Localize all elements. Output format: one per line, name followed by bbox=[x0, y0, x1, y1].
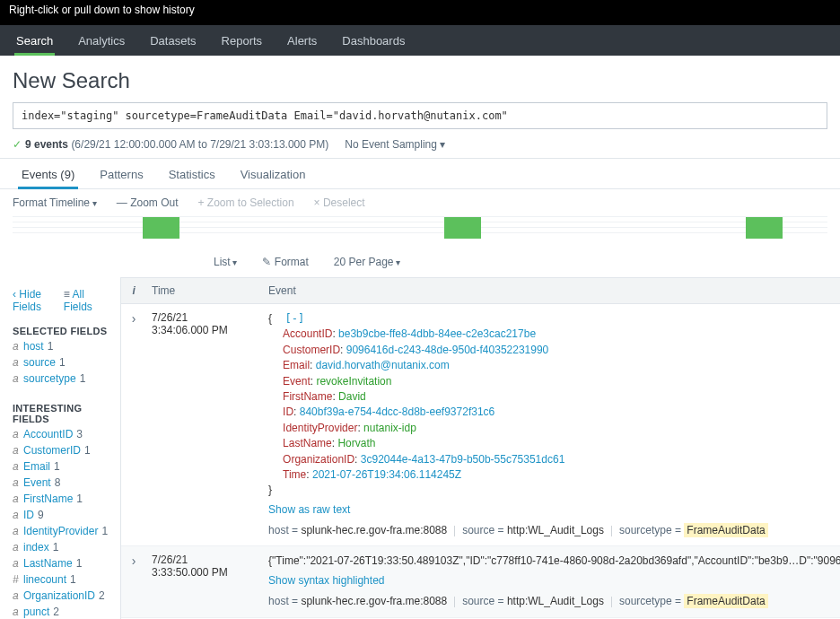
field-type: a bbox=[13, 476, 23, 489]
field-row-OrganizationID[interactable]: aOrganizationID2 bbox=[0, 588, 120, 604]
field-count: 1 bbox=[80, 372, 86, 385]
col-time[interactable]: Time bbox=[146, 278, 263, 303]
field-row-LastName[interactable]: aLastName1 bbox=[0, 555, 120, 571]
field-name[interactable]: ID bbox=[23, 509, 34, 521]
field-type: a bbox=[13, 589, 23, 602]
field-count: 1 bbox=[76, 557, 83, 570]
field-count: 8 bbox=[55, 476, 61, 489]
selected-fields-heading: SELECTED FIELDS bbox=[0, 318, 120, 338]
event-meta: host = splunk-hec.re.gov-fra.me:8088sour… bbox=[268, 523, 840, 538]
field-row-punct[interactable]: apunct2 bbox=[0, 604, 120, 619]
field-name[interactable]: source bbox=[23, 356, 56, 369]
events-panel: i Time Event 7/26/213:34:06.000 PM{ [-]A… bbox=[121, 277, 840, 619]
field-row-source[interactable]: asource1 bbox=[0, 354, 120, 371]
field-name[interactable]: IdentityProvider bbox=[23, 525, 98, 537]
field-type: a bbox=[13, 444, 23, 457]
tab-patterns[interactable]: Patterns bbox=[87, 159, 155, 188]
nav-dashboards[interactable]: Dashboards bbox=[329, 25, 417, 56]
check-icon: ✓ bbox=[13, 138, 22, 151]
tab-visualization[interactable]: Visualization bbox=[228, 159, 319, 188]
field-name[interactable]: sourcetype bbox=[23, 372, 76, 385]
field-row-index[interactable]: aindex1 bbox=[0, 539, 120, 555]
toggle-view-link[interactable]: Show as raw text bbox=[268, 502, 840, 518]
field-name[interactable]: host bbox=[23, 340, 44, 353]
event-body: { [-]AccountID: be3b9cbe-ffe8-4dbb-84ee-… bbox=[263, 304, 840, 545]
field-row-ID[interactable]: aID9 bbox=[0, 507, 120, 523]
field-type: # bbox=[13, 573, 23, 586]
field-count: 9 bbox=[38, 509, 44, 521]
field-row-host[interactable]: ahost1 bbox=[0, 338, 120, 354]
event-count: 9 events bbox=[25, 138, 68, 151]
field-count: 1 bbox=[54, 460, 60, 473]
event-row: 7/26/213:33:50.000 PM{"Time":"2021-07-26… bbox=[121, 546, 840, 617]
nav-reports[interactable]: Reports bbox=[209, 25, 276, 56]
field-count: 1 bbox=[70, 573, 76, 586]
field-type: a bbox=[13, 606, 23, 618]
field-row-IdentityProvider[interactable]: aIdentityProvider1 bbox=[0, 523, 120, 539]
event-time: 7/26/213:33:50.000 PM bbox=[146, 546, 263, 616]
field-count: 3 bbox=[76, 428, 83, 440]
list-view-dropdown[interactable]: List bbox=[214, 256, 237, 268]
field-type: a bbox=[13, 509, 23, 521]
field-row-CustomerID[interactable]: aCustomerID1 bbox=[0, 442, 120, 458]
results-toolbar: List Format 20 Per Page bbox=[0, 247, 840, 277]
format-button[interactable]: Format bbox=[262, 256, 308, 268]
timeline-toolbar: Format Timeline — Zoom Out + Zoom to Sel… bbox=[0, 189, 840, 216]
expand-event-toggle[interactable] bbox=[121, 304, 146, 545]
field-name[interactable]: LastName bbox=[23, 557, 73, 570]
event-sampling-dropdown[interactable]: No Event Sampling ▾ bbox=[345, 138, 445, 151]
nav-search[interactable]: Search bbox=[4, 25, 66, 56]
nav-alerts[interactable]: Alerts bbox=[275, 25, 329, 56]
page-title: New Search bbox=[0, 56, 840, 102]
field-row-FirstName[interactable]: aFirstName1 bbox=[0, 491, 120, 507]
field-type: a bbox=[13, 541, 23, 554]
field-type: a bbox=[13, 525, 23, 537]
field-name[interactable]: Event bbox=[23, 476, 51, 489]
per-page-dropdown[interactable]: 20 Per Page bbox=[334, 256, 401, 268]
field-type: a bbox=[13, 557, 23, 570]
field-name[interactable]: punct bbox=[23, 606, 49, 618]
field-name[interactable]: linecount bbox=[23, 573, 66, 586]
search-input[interactable] bbox=[13, 102, 827, 129]
field-name[interactable]: Email bbox=[23, 460, 50, 473]
format-timeline-dropdown[interactable]: Format Timeline bbox=[13, 196, 97, 209]
history-tooltip: Right-click or pull down to show history bbox=[0, 0, 204, 20]
field-row-Email[interactable]: aEmail1 bbox=[0, 458, 120, 475]
col-info: i bbox=[121, 284, 146, 297]
event-time: 7/26/213:34:06.000 PM bbox=[146, 304, 263, 545]
zoom-selection-button: + Zoom to Selection bbox=[198, 196, 294, 209]
expand-event-toggle[interactable] bbox=[121, 546, 146, 616]
field-type: a bbox=[13, 356, 23, 369]
nav-analytics[interactable]: Analytics bbox=[66, 25, 137, 56]
zoom-out-button[interactable]: — Zoom Out bbox=[117, 196, 179, 209]
field-count: 2 bbox=[99, 589, 105, 602]
field-row-Event[interactable]: aEvent8 bbox=[0, 475, 120, 491]
timeline-chart[interactable] bbox=[13, 216, 827, 241]
collapse-toggle[interactable]: [-] bbox=[285, 312, 305, 325]
field-name[interactable]: index bbox=[23, 541, 49, 554]
tab-events[interactable]: Events (9) bbox=[9, 159, 87, 188]
fields-sidebar: Hide Fields All Fields SELECTED FIELDS a… bbox=[0, 277, 121, 619]
hide-fields-button[interactable]: Hide Fields bbox=[13, 288, 64, 313]
field-type: a bbox=[13, 460, 23, 473]
field-row-AccountID[interactable]: aAccountID3 bbox=[0, 426, 120, 442]
nav-datasets[interactable]: Datasets bbox=[137, 25, 208, 56]
field-name[interactable]: CustomerID bbox=[23, 444, 81, 457]
field-row-linecount[interactable]: #linecount1 bbox=[0, 571, 120, 588]
event-row: 7/26/213:34:06.000 PM{ [-]AccountID: be3… bbox=[121, 304, 840, 546]
field-name[interactable]: FirstName bbox=[23, 493, 73, 505]
field-name[interactable]: OrganizationID bbox=[23, 589, 95, 602]
field-count: 1 bbox=[53, 541, 59, 554]
tab-statistics[interactable]: Statistics bbox=[156, 159, 228, 188]
all-fields-button[interactable]: All Fields bbox=[64, 288, 108, 313]
field-row-sourcetype[interactable]: asourcetype1 bbox=[0, 371, 120, 387]
events-header: i Time Event bbox=[121, 277, 840, 304]
toggle-view-link[interactable]: Show syntax highlighted bbox=[268, 573, 840, 588]
event-meta: host = splunk-hec.re.gov-fra.me:8088sour… bbox=[268, 594, 840, 609]
event-body: {"Time":"2021-07-26T19:33:50.489103Z","I… bbox=[263, 546, 840, 616]
field-count: 1 bbox=[76, 493, 83, 505]
field-name[interactable]: AccountID bbox=[23, 428, 73, 440]
time-range: (6/29/21 12:00:00.000 AM to 7/29/21 3:03… bbox=[68, 138, 328, 151]
field-type: a bbox=[13, 340, 23, 353]
field-type: a bbox=[13, 493, 23, 505]
